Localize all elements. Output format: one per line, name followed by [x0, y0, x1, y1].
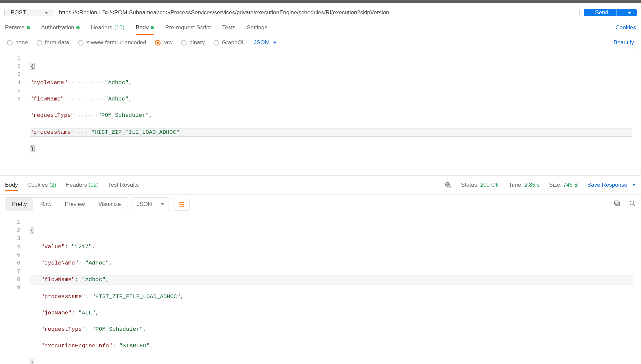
line-gutter: 1 2 3 4 5 6 7 8 9 [5, 216, 26, 364]
resp-json-requestType: POM Scheduler [95, 326, 140, 332]
svg-rect-3 [615, 201, 618, 205]
tab-label: Headers [66, 182, 87, 188]
chevron-down-icon [632, 184, 636, 186]
req-json-processName: HIST_ZIP_FILE_LOAD_ADHOC [95, 129, 176, 135]
response-view-segment: Pretty Raw Preview Visualize [5, 197, 128, 211]
radio-none[interactable]: none [7, 39, 28, 46]
radio-binary[interactable]: binary [181, 39, 205, 46]
radio-dot-icon [155, 40, 161, 46]
line-number: 4 [5, 243, 22, 251]
radio-label: form-data [45, 39, 69, 46]
headers-count: (10) [114, 24, 124, 31]
response-tabs: Body Cookies (2) Headers (12) Test Resul… [0, 176, 641, 194]
line-number: 8 [5, 275, 22, 284]
status-segment: Status: 200 OK [461, 182, 499, 188]
radio-dot-icon [37, 40, 42, 46]
search-icon[interactable] [629, 200, 636, 209]
tab-body[interactable]: Body [136, 20, 154, 35]
send-button[interactable]: Send [584, 9, 637, 16]
radio-dot-icon [214, 40, 219, 46]
cookies-link[interactable]: Cookies [616, 24, 636, 31]
window-title-bar [0, 0, 641, 3]
size-label: Size: [549, 182, 562, 188]
response-format-dropdown[interactable]: JSON [133, 197, 169, 211]
radio-x-www-form-urlencoded[interactable]: x-www-form-urlencoded [78, 39, 146, 46]
dot-indicator-icon [27, 26, 30, 29]
radio-dot-icon [78, 40, 84, 46]
view-pretty[interactable]: Pretty [5, 198, 33, 211]
tab-settings[interactable]: Settings [247, 20, 267, 35]
request-tabs: Params Authorization Headers (10) Body P… [0, 20, 641, 35]
status-value: 200 OK [480, 182, 499, 188]
radio-label: none [15, 39, 28, 46]
line-number: 6 [5, 95, 22, 103]
tab-label: Authorization [41, 24, 74, 31]
copy-icon[interactable] [613, 200, 621, 209]
tab-tests[interactable]: Tests [222, 20, 236, 35]
view-visualize[interactable]: Visualize [92, 198, 128, 211]
tab-label: Params [5, 24, 25, 31]
resp-json-flowName: Adhoc [85, 276, 102, 283]
tab-authorization[interactable]: Authorization [41, 20, 80, 35]
url-input[interactable] [54, 9, 580, 16]
tab-pre-request[interactable]: Pre-request Script [165, 20, 211, 35]
view-raw[interactable]: Raw [33, 198, 58, 211]
body-language-dropdown[interactable]: JSON [254, 39, 277, 46]
line-number: 5 [5, 87, 22, 95]
tab-label: Tests [222, 24, 236, 31]
chevron-down-icon [627, 12, 631, 14]
response-tab-headers[interactable]: Headers (12) [66, 179, 99, 191]
resp-json-processName: HIST_ZIP_FILE_LOAD_ADHOC [95, 293, 177, 300]
radio-dot-icon [181, 40, 187, 46]
body-type-row: none form-data x-www-form-urlencoded raw… [0, 35, 641, 50]
time-segment: Time: 2.85 s [509, 182, 540, 188]
code-body[interactable]: { "cycleName"·······:···"Adhoc", "flowNa… [27, 52, 636, 172]
response-tab-test-results[interactable]: Test Results [108, 179, 139, 191]
line-number: 3 [5, 71, 22, 79]
line-number: 2 [5, 227, 22, 235]
line-number: 5 [5, 251, 22, 260]
send-button-label: Send [595, 9, 616, 16]
dot-indicator-icon [76, 26, 80, 29]
request-url-row: POST Send [0, 3, 641, 20]
tab-headers[interactable]: Headers (10) [91, 20, 125, 35]
chevron-down-icon [161, 203, 165, 205]
app-frame: POST Send Params Authorization Headers (… [0, 0, 641, 364]
line-number: 1 [5, 54, 22, 63]
beautify-button[interactable]: Beautify [614, 39, 634, 46]
line-number: 3 [5, 235, 22, 243]
line-number: 4 [5, 79, 22, 87]
svg-point-4 [630, 201, 634, 205]
word-wrap-button[interactable] [174, 198, 190, 211]
response-tab-cookies[interactable]: Cookies (2) [27, 179, 56, 191]
req-json-flowName: Adhoc [108, 96, 125, 102]
response-body-editor[interactable]: 1 2 3 4 5 6 7 8 9 { "value": "1217", "cy… [5, 216, 636, 364]
req-json-cycleName: Adhoc [108, 80, 125, 86]
radio-graphql[interactable]: GraphQL [214, 39, 245, 46]
svg-point-1 [449, 186, 451, 188]
size-value: 746 B [563, 182, 578, 188]
radio-form-data[interactable]: form-data [37, 39, 69, 46]
save-response-button[interactable]: Save Response [587, 182, 636, 188]
tab-label: Body [136, 24, 149, 31]
time-value: 2.85 s [524, 182, 540, 188]
send-button-dropdown[interactable] [616, 9, 637, 16]
dot-indicator-icon [151, 26, 154, 29]
status-label: Status: [461, 182, 479, 188]
globe-icon[interactable] [444, 181, 452, 189]
radio-raw[interactable]: raw [155, 39, 172, 46]
view-preview[interactable]: Preview [58, 198, 91, 211]
radio-label: GraphQL [222, 39, 245, 46]
code-body[interactable]: { "value": "1217", "cycleName": "Adhoc",… [26, 216, 636, 364]
response-tab-body[interactable]: Body [5, 179, 18, 191]
line-number: 7 [5, 268, 22, 276]
headers-count: (12) [89, 182, 99, 188]
line-number: 1 [5, 218, 22, 227]
request-body-editor[interactable]: 1 2 3 4 5 6 { "cycleName"·······:···"Adh… [5, 52, 636, 172]
line-number: 9 [5, 284, 22, 292]
http-method-select[interactable]: POST [4, 9, 54, 16]
line-number: 2 [5, 63, 22, 71]
tab-params[interactable]: Params [5, 20, 30, 35]
radio-label: x-www-form-urlencoded [86, 39, 146, 46]
code-area: 1 2 3 4 5 6 { "cycleName"·······:···"Adh… [5, 52, 636, 172]
